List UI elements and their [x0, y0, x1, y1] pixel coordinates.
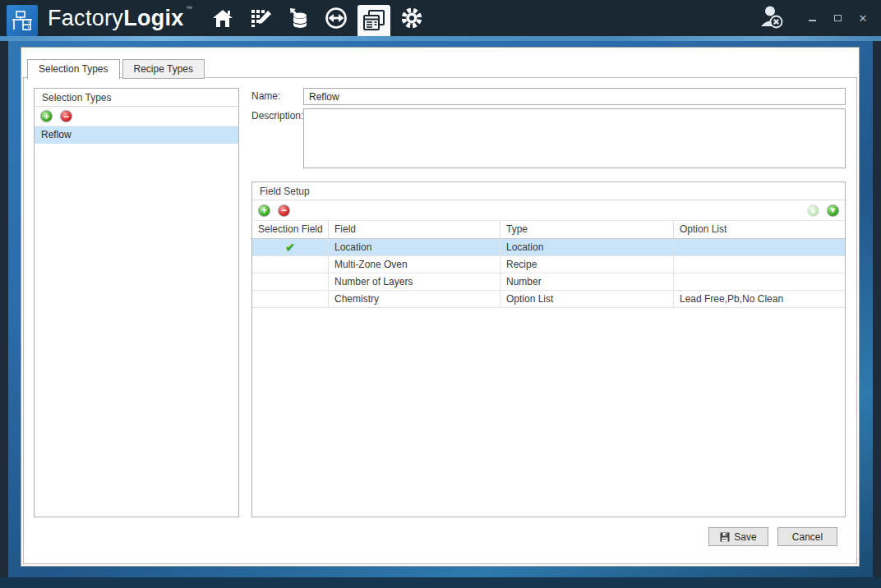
tab-recipe-types[interactable]: Recipe Types	[122, 59, 205, 79]
cell-field: Location	[329, 239, 500, 255]
table-row[interactable]: ChemistryOption ListLead Free,Pb,No Clea…	[252, 291, 845, 308]
move-field-down-button[interactable]: ▼	[827, 204, 839, 217]
description-label: Description:	[251, 110, 303, 122]
name-input[interactable]	[303, 88, 846, 105]
nav-materials-button[interactable]	[282, 0, 315, 36]
action-buttons: Save Cancel	[708, 527, 837, 546]
green-check-icon: ✔	[285, 241, 295, 254]
settings-gear-icon	[399, 6, 424, 30]
cell-type: Location	[500, 239, 674, 255]
main-panel: Selection Types Recipe Types Selection T…	[21, 47, 860, 567]
save-button-label: Save	[734, 531, 756, 543]
user-x-icon	[758, 3, 784, 30]
cell-option-list	[674, 239, 845, 255]
materials-database-icon	[287, 7, 310, 30]
column-header-option-list[interactable]: Option List	[674, 221, 845, 238]
nav-home-button[interactable]	[206, 0, 239, 36]
minimize-button[interactable]	[807, 13, 817, 23]
name-label: Name:	[251, 90, 280, 102]
maximize-icon	[834, 15, 842, 21]
tab-content: Selection Types + − Reflow Name: Descrip…	[23, 77, 857, 564]
cell-selection-field	[252, 256, 329, 273]
save-button[interactable]: Save	[708, 527, 768, 546]
field-setup-panel: Field Setup + − ▲ ▼ Selection Field Fiel…	[251, 181, 846, 517]
description-input[interactable]	[303, 108, 846, 168]
tab-selection-types[interactable]: Selection Types	[27, 59, 120, 80]
column-header-selection-field[interactable]: Selection Field	[252, 221, 329, 238]
field-setup-table-header: Selection Field Field Type Option List	[252, 221, 845, 239]
field-setup-rows: ✔LocationLocationMulti-Zone OvenRecipeNu…	[252, 239, 845, 308]
list-item[interactable]: Reflow	[35, 126, 238, 144]
documents-icon	[362, 8, 386, 33]
window-frame-bottom	[0, 577, 881, 588]
selection-types-list: Reflow	[35, 126, 238, 144]
move-field-up-button[interactable]: ▲	[807, 204, 819, 217]
table-row[interactable]: ✔LocationLocation	[252, 239, 845, 256]
nav-production-button[interactable]	[244, 0, 277, 36]
cell-field: Chemistry	[329, 291, 500, 307]
nav-sync-button[interactable]	[320, 0, 353, 36]
titlebar: FactoryLogix™	[0, 0, 881, 36]
field-setup-toolbar: + − ▲ ▼	[252, 200, 845, 221]
main-navigation	[204, 0, 431, 36]
selection-types-toolbar: + −	[35, 107, 238, 126]
nav-settings-button[interactable]	[395, 0, 428, 36]
cell-type: Number	[500, 273, 674, 290]
column-header-field[interactable]: Field	[329, 221, 500, 238]
nav-documents-button[interactable]	[357, 5, 390, 36]
selection-types-list-panel: Selection Types + − Reflow	[34, 88, 239, 517]
minimize-icon	[809, 20, 816, 21]
application-window: FactoryLogix™	[0, 0, 881, 588]
production-grid-pencil-icon	[249, 7, 272, 30]
cell-selection-field	[252, 273, 329, 290]
close-button[interactable]: ✕	[858, 13, 868, 23]
table-row[interactable]: Number of LayersNumber	[252, 273, 845, 291]
remove-selection-type-button[interactable]: −	[60, 110, 72, 122]
cell-field: Number of Layers	[329, 273, 500, 290]
cell-field: Multi-Zone Oven	[329, 256, 500, 273]
table-row[interactable]: Multi-Zone OvenRecipe	[252, 256, 845, 273]
column-header-type[interactable]: Type	[500, 221, 674, 238]
remove-field-button[interactable]: −	[278, 204, 290, 217]
titlebar-right: ✕	[758, 3, 881, 33]
cell-type: Recipe	[500, 256, 674, 273]
cell-selection-field	[252, 291, 329, 307]
app-title: FactoryLogix™	[48, 5, 192, 31]
user-logout-button[interactable]	[758, 3, 784, 33]
maximize-button[interactable]	[833, 13, 842, 23]
add-selection-type-button[interactable]: +	[40, 110, 53, 122]
save-floppy-icon	[720, 532, 730, 542]
cancel-button[interactable]: Cancel	[777, 527, 837, 546]
field-setup-title: Field Setup	[252, 182, 845, 200]
sync-icon	[324, 6, 348, 30]
selection-types-list-title: Selection Types	[35, 89, 238, 107]
cancel-button-label: Cancel	[792, 531, 823, 543]
tab-strip: Selection Types Recipe Types	[27, 59, 859, 79]
cell-option-list	[674, 273, 845, 290]
home-icon	[211, 7, 234, 30]
add-field-button[interactable]: +	[258, 204, 270, 217]
cell-type: Option List	[500, 291, 674, 307]
cell-selection-field: ✔	[252, 239, 329, 255]
window-controls: ✕	[807, 13, 868, 23]
cell-option-list: Lead Free,Pb,No Clean	[674, 291, 845, 307]
cell-option-list	[674, 256, 845, 273]
factorylogix-logo	[7, 5, 38, 36]
workstation-desk-icon	[11, 9, 34, 32]
